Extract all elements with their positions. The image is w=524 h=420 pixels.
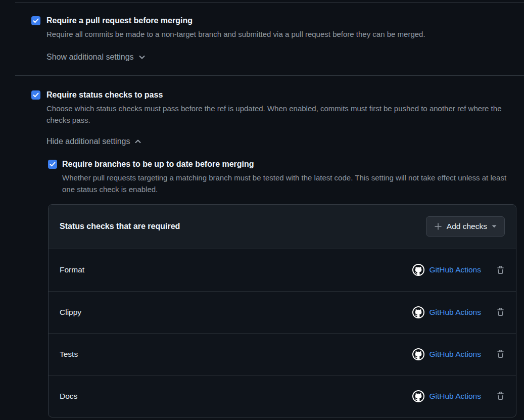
delete-check-button[interactable] bbox=[496, 350, 505, 358]
github-actions-avatar bbox=[412, 306, 424, 318]
check-name: Docs bbox=[60, 392, 77, 401]
add-checks-button[interactable]: Add checks bbox=[426, 216, 505, 237]
rule-title: Require branches to be up to date before… bbox=[62, 159, 524, 170]
rule-pull-request: Require a pull request before merging Re… bbox=[31, 15, 524, 63]
status-check-row: Tests GitHub Actions bbox=[49, 333, 516, 375]
chevron-down-icon bbox=[138, 54, 146, 61]
required-status-checks-panel: Status checks that are required Add chec… bbox=[48, 204, 516, 417]
github-mark-icon bbox=[413, 391, 423, 401]
trash-icon bbox=[496, 308, 505, 316]
github-actions-link[interactable]: GitHub Actions bbox=[429, 308, 481, 317]
toggle-label: Show additional settings bbox=[46, 52, 134, 63]
rule-title: Require status checks to pass bbox=[46, 89, 524, 101]
section-divider bbox=[15, 75, 524, 76]
show-additional-settings-toggle[interactable]: Show additional settings bbox=[46, 52, 146, 63]
rule-title: Require a pull request before merging bbox=[46, 15, 524, 26]
github-mark-icon bbox=[413, 307, 423, 317]
caret-down-icon bbox=[492, 225, 497, 228]
github-actions-avatar bbox=[412, 390, 424, 402]
toggle-label: Hide additional settings bbox=[46, 136, 130, 147]
github-mark-icon bbox=[413, 265, 423, 275]
rule-up-to-date: Require branches to be up to date before… bbox=[48, 159, 524, 196]
github-actions-avatar bbox=[412, 264, 424, 276]
status-check-row: Format GitHub Actions bbox=[49, 249, 516, 291]
hide-additional-settings-toggle[interactable]: Hide additional settings bbox=[46, 136, 141, 147]
panel-header: Status checks that are required Add chec… bbox=[49, 205, 516, 249]
rule-description: Whether pull requests targeting a matchi… bbox=[62, 172, 507, 196]
add-checks-label: Add checks bbox=[447, 222, 487, 231]
status-check-row: Clippy GitHub Actions bbox=[49, 291, 516, 333]
check-icon bbox=[33, 92, 39, 98]
github-actions-link[interactable]: GitHub Actions bbox=[429, 392, 481, 401]
chevron-up-icon bbox=[134, 138, 141, 145]
check-icon bbox=[33, 18, 39, 23]
rule-description: Require all commits be made to a non-tar… bbox=[46, 28, 519, 40]
check-icon bbox=[50, 162, 56, 167]
github-actions-link[interactable]: GitHub Actions bbox=[429, 350, 481, 359]
rule-status-checks: Require status checks to pass Choose whi… bbox=[31, 89, 524, 417]
status-checks-checkbox[interactable] bbox=[31, 90, 40, 100]
trash-icon bbox=[496, 350, 505, 358]
pull-request-checkbox[interactable] bbox=[31, 16, 40, 25]
check-name: Clippy bbox=[60, 308, 81, 317]
status-check-row: Docs GitHub Actions bbox=[49, 375, 516, 417]
github-actions-avatar bbox=[412, 348, 424, 360]
trash-icon bbox=[496, 266, 505, 274]
github-mark-icon bbox=[413, 349, 423, 359]
plus-icon bbox=[434, 222, 442, 230]
up-to-date-checkbox[interactable] bbox=[48, 160, 57, 169]
check-name: Format bbox=[60, 265, 84, 274]
rule-description: Choose which status checks must pass bef… bbox=[46, 103, 516, 126]
check-name: Tests bbox=[60, 350, 78, 359]
delete-check-button[interactable] bbox=[496, 308, 505, 316]
delete-check-button[interactable] bbox=[496, 392, 505, 400]
github-actions-link[interactable]: GitHub Actions bbox=[429, 265, 481, 274]
panel-title: Status checks that are required bbox=[60, 222, 180, 231]
trash-icon bbox=[496, 392, 505, 400]
delete-check-button[interactable] bbox=[496, 266, 505, 274]
section-divider bbox=[15, 2, 524, 3]
